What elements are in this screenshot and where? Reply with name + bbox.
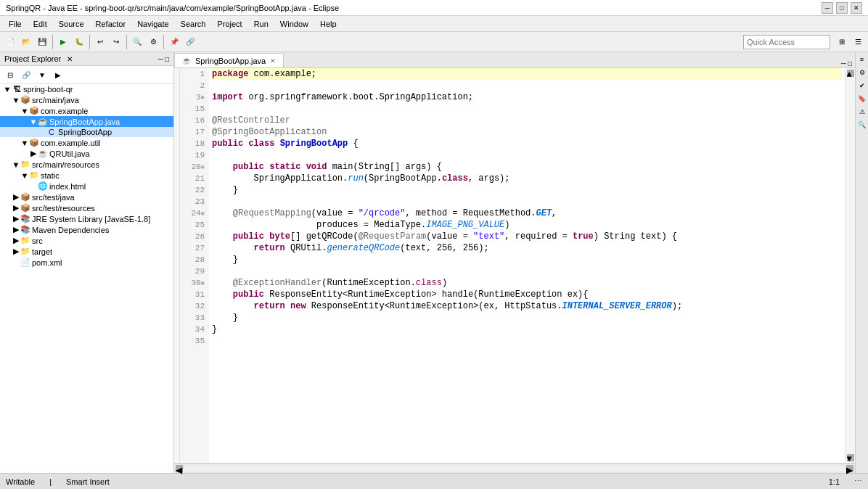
- open-button[interactable]: 📂: [19, 35, 33, 49]
- menu-run[interactable]: Run: [248, 18, 274, 30]
- status-bar-right: 1:1 ⋯: [829, 477, 862, 486]
- tree-item-pom[interactable]: 📄 pom.xml: [0, 257, 173, 268]
- toolbar-btn-6[interactable]: ⚙: [146, 35, 160, 49]
- scroll-left-button[interactable]: ◀: [176, 465, 183, 472]
- toolbar-btn-5[interactable]: 🔍: [130, 35, 144, 49]
- tree-item-src[interactable]: ▶ 📁 src: [0, 235, 173, 246]
- tree-item-src-test-java[interactable]: ▶ 📦 src/test/java: [0, 192, 173, 202]
- close-button[interactable]: ✕: [851, 2, 862, 14]
- tree-item-springbootapp[interactable]: ▼ ☕ SpringBootApp.java: [0, 116, 173, 127]
- tree-item-static[interactable]: ▼ 📁 static: [0, 170, 173, 181]
- toolbar-btn-4[interactable]: ↪: [109, 35, 123, 49]
- vertical-scrollbar[interactable]: ▲ ▼: [845, 68, 855, 463]
- pe-forward[interactable]: ▶: [51, 67, 65, 82]
- maximize-button[interactable]: □: [836, 2, 848, 14]
- editor-tab-springbootapp[interactable]: ☕ SpringBootApp.java ✕: [174, 53, 284, 67]
- tree-label: SpringBootApp: [58, 128, 112, 136]
- right-panel-btn-4[interactable]: 🔖: [856, 93, 868, 104]
- run-button[interactable]: ▶: [56, 35, 70, 49]
- folder-icon: 📁: [20, 236, 30, 245]
- menu-navigate[interactable]: Navigate: [131, 18, 174, 30]
- package-icon: 📦: [29, 106, 39, 115]
- horizontal-scrollbar[interactable]: ◀ ▶: [174, 463, 855, 473]
- pe-close-icon[interactable]: ✕: [67, 55, 73, 63]
- status-smart-insert: Smart Insert: [66, 477, 110, 486]
- toolbar-btn-7[interactable]: 📌: [167, 35, 181, 49]
- main-layout: Project Explorer ✕ ─ □ ⊟ 🔗 ▼ ▶ ▼ 🏗 sprin…: [0, 52, 868, 473]
- tree-arrow: ▶: [12, 236, 20, 245]
- tree-item-src-test-resources[interactable]: ▶ 📦 src/test/resources: [0, 202, 173, 213]
- debug-button[interactable]: 🐛: [72, 35, 86, 49]
- tree-item-spring-boot-qr[interactable]: ▼ 🏗 spring-boot-qr: [0, 84, 173, 94]
- right-panel-btn-1[interactable]: ≡: [856, 54, 868, 65]
- code-line-26: public byte[] getQRCode(@RequestParam(va…: [212, 231, 842, 242]
- line-num-34: 34: [180, 324, 205, 335]
- save-button[interactable]: 💾: [35, 35, 49, 49]
- package-icon: 📦: [29, 138, 39, 147]
- xml-file-icon: 📄: [20, 258, 30, 267]
- tree-item-com-example[interactable]: ▼ 📦 com.example: [0, 105, 173, 116]
- menu-window[interactable]: Window: [274, 18, 314, 30]
- right-panel-btn-3[interactable]: ✔: [856, 80, 868, 91]
- tab-close-button[interactable]: ✕: [270, 57, 276, 65]
- status-options-icon[interactable]: ⋯: [854, 477, 862, 486]
- right-side-panel: ≡ ⚙ ✔ 🔖 ⚠ 🔍: [855, 52, 868, 473]
- right-panel-btn-2[interactable]: ⚙: [856, 67, 868, 78]
- editor-max-icon[interactable]: □: [848, 59, 852, 67]
- code-editor[interactable]: 1 2 3⊕ 15 16 17 18 19 20⊕ 21 22 23 24⊕ 2…: [174, 68, 855, 463]
- tree-item-src-main-resources[interactable]: ▼ 📁 src/main/resources: [0, 159, 173, 170]
- tree-item-springbootapp-class[interactable]: C SpringBootApp: [0, 127, 173, 137]
- pe-link-editor[interactable]: 🔗: [19, 67, 33, 82]
- quick-access-input[interactable]: [743, 35, 830, 49]
- scroll-up-button[interactable]: ▲: [847, 70, 854, 77]
- toolbar: 📄 📂 💾 ▶ 🐛 ↩ ↪ 🔍 ⚙ 📌 🔗 ⊞ ☰: [0, 32, 868, 52]
- tree-label: src/main/java: [32, 96, 79, 104]
- menu-refactor[interactable]: Refactor: [90, 18, 132, 30]
- pe-menu[interactable]: ▼: [35, 67, 49, 82]
- tree-item-target[interactable]: ▶ 📁 target: [0, 246, 173, 257]
- pe-header-left: Project Explorer ✕: [4, 54, 73, 63]
- minimize-button[interactable]: ─: [822, 2, 833, 14]
- line-num-32: 32: [180, 300, 205, 312]
- folder-icon: 📦: [20, 203, 30, 213]
- right-panel-btn-5[interactable]: ⚠: [856, 106, 868, 118]
- line-numbers: 1 2 3⊕ 15 16 17 18 19 20⊕ 21 22 23 24⊕ 2…: [180, 68, 209, 463]
- tree-label: JRE System Library [JavaSE-1.8]: [32, 215, 150, 223]
- menu-file[interactable]: File: [3, 18, 28, 30]
- tree-item-src-main-java[interactable]: ▼ 📦 src/main/java: [0, 94, 173, 105]
- line-num-2: 2: [180, 80, 205, 91]
- tree-item-jre[interactable]: ▶ 📚 JRE System Library [JavaSE-1.8]: [0, 213, 173, 224]
- tree-item-com-example-util[interactable]: ▼ 📦 com.example.util: [0, 137, 173, 148]
- view-button[interactable]: ☰: [851, 35, 865, 49]
- folder-icon: 📦: [20, 95, 30, 104]
- toolbar-btn-3[interactable]: ↩: [93, 35, 107, 49]
- perspectives-button[interactable]: ⊞: [835, 35, 849, 49]
- tree-item-index-html[interactable]: 🌐 index.html: [0, 181, 173, 192]
- project-explorer-title: Project Explorer: [4, 54, 61, 63]
- menu-edit[interactable]: Edit: [28, 18, 53, 30]
- tree-item-maven[interactable]: ▶ 📚 Maven Dependencies: [0, 224, 173, 235]
- toolbar-btn-8[interactable]: 🔗: [183, 35, 197, 49]
- menu-source[interactable]: Source: [53, 18, 90, 30]
- tree-item-qrutil[interactable]: ▶ ☕ QRUtil.java: [0, 148, 173, 159]
- tree-label: target: [32, 247, 52, 256]
- right-panel-btn-6[interactable]: 🔍: [856, 119, 868, 131]
- pe-max-icon[interactable]: □: [165, 55, 169, 63]
- scroll-right-button[interactable]: ▶: [846, 465, 853, 472]
- pe-min-icon[interactable]: ─: [158, 55, 163, 63]
- separator-4: [163, 35, 164, 49]
- line-num-31: 31: [180, 289, 205, 300]
- code-line-21: SpringApplication.run(SpringBootApp.clas…: [212, 173, 842, 184]
- menu-project[interactable]: Project: [211, 18, 247, 30]
- code-content[interactable]: package com.example; import org.springfr…: [209, 68, 845, 463]
- editor-min-icon[interactable]: ─: [841, 59, 846, 67]
- new-button[interactable]: 📄: [3, 35, 17, 49]
- scroll-bar-track[interactable]: [184, 466, 845, 472]
- project-icon: 🏗: [12, 85, 22, 94]
- folder-icon: 📦: [20, 192, 30, 202]
- line-num-24: 24⊕: [180, 207, 205, 219]
- menu-search[interactable]: Search: [175, 18, 212, 30]
- pe-collapse-all[interactable]: ⊟: [3, 67, 17, 82]
- menu-help[interactable]: Help: [314, 18, 343, 30]
- scroll-down-button[interactable]: ▼: [847, 454, 854, 461]
